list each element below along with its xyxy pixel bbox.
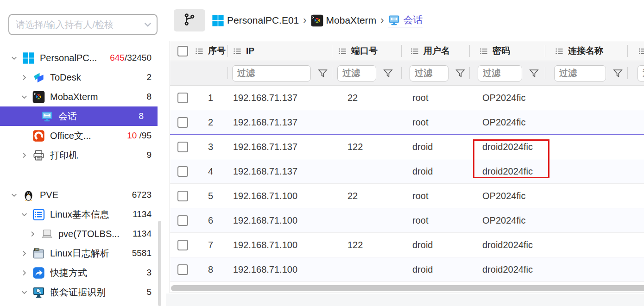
row-checkbox[interactable] <box>177 117 188 128</box>
sidebar-item-linux-info[interactable]: Linux基本信息1134 <box>0 205 165 224</box>
column-header-conn[interactable]: 连接名称 <box>545 41 627 61</box>
extra-filter-input[interactable] <box>638 65 644 81</box>
breadcrumb-separator: › <box>380 14 384 26</box>
chevron-down-icon[interactable] <box>143 19 157 30</box>
select-all-checkbox[interactable] <box>177 46 188 56</box>
cell-port <box>332 110 401 134</box>
user-filter-input[interactable] <box>410 65 448 81</box>
filter-funnel-icon[interactable] <box>317 68 328 79</box>
sidebar-item-personalpc[interactable]: PersonalPC...645/32450 <box>0 48 165 68</box>
sidebar-item-session[interactable]: 会话8 <box>0 106 158 126</box>
horizontal-scrollbar[interactable] <box>171 285 644 291</box>
conn-filter-input[interactable] <box>554 65 606 81</box>
table-row[interactable]: 1192.168.71.13722rootOP2024fic <box>170 86 644 110</box>
table-row[interactable]: 7192.168.71.100122droiddroid2024fic <box>170 233 644 257</box>
tree-view-button[interactable] <box>174 9 205 31</box>
sidebar-item-shortcut[interactable]: 快捷方式3 <box>0 263 165 282</box>
ip-filter-input[interactable] <box>232 65 311 81</box>
row-checkbox[interactable] <box>177 240 188 250</box>
cell-pass: droid2024fic <box>469 159 545 183</box>
sidebar-item-office[interactable]: Office文...10 /95 <box>0 126 165 145</box>
sidebar-item-label: PVE <box>40 190 132 200</box>
breadcrumb-item-personalpc-e01[interactable]: PersonalPC.E01 <box>212 14 299 27</box>
cell-seq: 3 <box>194 135 227 159</box>
chevron-down-icon[interactable] <box>19 288 29 296</box>
filter-cell-ip <box>227 61 332 85</box>
sidebar-item-todesk[interactable]: ToDesk2 <box>0 68 165 87</box>
chevron-down-icon[interactable] <box>9 191 19 199</box>
column-header-seq[interactable]: 序号 <box>194 41 227 61</box>
cell-seq: 2 <box>194 110 227 134</box>
chevron-down-icon[interactable] <box>19 211 29 219</box>
table-row[interactable]: 6192.168.71.100rootOP2024fic <box>170 208 644 233</box>
chevron-right-icon[interactable] <box>19 151 29 159</box>
sidebar-item-linux-log[interactable]: LOGLinux日志解析5581 <box>0 244 165 263</box>
sidebar-item-count: 5 <box>146 287 165 297</box>
row-checkbox[interactable] <box>177 93 188 103</box>
list-icon <box>480 47 488 56</box>
pass-filter-input[interactable] <box>478 65 522 81</box>
column-header-label: 序号 <box>208 45 226 57</box>
sidebar-item-label: 快捷方式 <box>50 267 146 279</box>
breadcrumb-item-session[interactable]: 会话 <box>388 13 423 27</box>
sidebar-item-printer[interactable]: 打印机9 <box>0 145 165 165</box>
sidebar-item-pve-host[interactable]: pve(7TOLBS...1134 <box>0 224 165 244</box>
monitor-search-icon <box>32 286 45 299</box>
column-header-user[interactable]: 用户名 <box>401 41 469 61</box>
cell-ip: 192.168.71.100 <box>227 233 332 257</box>
list-icon <box>233 47 242 56</box>
chevron-right-icon[interactable] <box>19 269 29 277</box>
table-row[interactable]: 4192.168.71.137droiddroid2024fic <box>170 159 644 184</box>
filter-funnel-icon[interactable] <box>455 68 466 79</box>
windows-icon <box>212 14 224 27</box>
sidebar-scrollbar[interactable] <box>158 221 161 306</box>
breadcrumb-label: 会话 <box>403 13 423 26</box>
chevron-right-icon[interactable] <box>28 230 37 238</box>
owner-search-input[interactable] <box>9 19 143 30</box>
owner-search-box[interactable] <box>8 14 158 35</box>
column-header-extra[interactable] <box>627 41 644 61</box>
port-filter-input[interactable] <box>337 65 376 81</box>
git-branch-icon <box>183 12 196 29</box>
linux-icon <box>22 189 35 201</box>
row-check-cell <box>170 135 194 159</box>
chevron-down-icon[interactable] <box>9 54 19 62</box>
column-header-port[interactable]: 端口号 <box>332 41 401 61</box>
row-checkbox[interactable] <box>177 215 188 226</box>
row-checkbox[interactable] <box>177 264 188 275</box>
filter-funnel-icon[interactable] <box>383 68 393 79</box>
cell-pass: droid2024fic <box>469 233 545 257</box>
row-check-cell <box>170 257 194 281</box>
log-icon: LOG <box>32 247 45 260</box>
mobaxterm-icon <box>32 91 45 103</box>
sidebar-item-pve[interactable]: PVE6723 <box>0 185 165 205</box>
chevron-right-icon[interactable] <box>19 250 29 257</box>
cell-conn <box>545 233 627 257</box>
filter-funnel-icon[interactable] <box>612 68 623 79</box>
column-header-pass[interactable]: 密码 <box>469 41 545 61</box>
cell-seq: 8 <box>194 257 227 281</box>
row-checkbox[interactable] <box>177 142 188 152</box>
table-row[interactable]: 3192.168.71.137122droiddroid2024fic <box>170 135 644 159</box>
table-row[interactable]: 8192.168.71.100droiddroid2024fic <box>170 257 644 282</box>
shortcut-icon <box>32 267 45 279</box>
chevron-right-icon[interactable] <box>19 74 29 81</box>
row-checkbox[interactable] <box>177 191 188 201</box>
sidebar-item-mobaxterm[interactable]: MobaXterm8 <box>0 87 165 106</box>
cell-conn <box>545 110 627 134</box>
sidebar-item-nested-credential[interactable]: 嵌套证据识别5 <box>0 282 165 302</box>
cell-user: droid <box>401 159 469 183</box>
table-row[interactable]: 2192.168.71.137rootOP2024fic <box>170 110 644 135</box>
chevron-down-icon[interactable] <box>19 93 29 101</box>
sidebar-item-partial-item[interactable] <box>0 302 165 306</box>
list-icon <box>338 47 347 56</box>
filter-cell-port <box>332 61 401 85</box>
filter-funnel-icon[interactable] <box>529 68 539 79</box>
sidebar-tree: PersonalPC...645/32450ToDesk2MobaXterm8会… <box>0 48 165 306</box>
sidebar-item-label: Office文... <box>50 130 127 142</box>
table-row[interactable]: 5192.168.71.10022rootOP2024fic <box>170 184 644 208</box>
row-checkbox[interactable] <box>177 166 188 177</box>
column-header-ip[interactable]: IP <box>227 41 332 61</box>
office-icon <box>32 130 45 142</box>
breadcrumb-item-mobaxterm[interactable]: MobaXterm <box>311 14 377 27</box>
